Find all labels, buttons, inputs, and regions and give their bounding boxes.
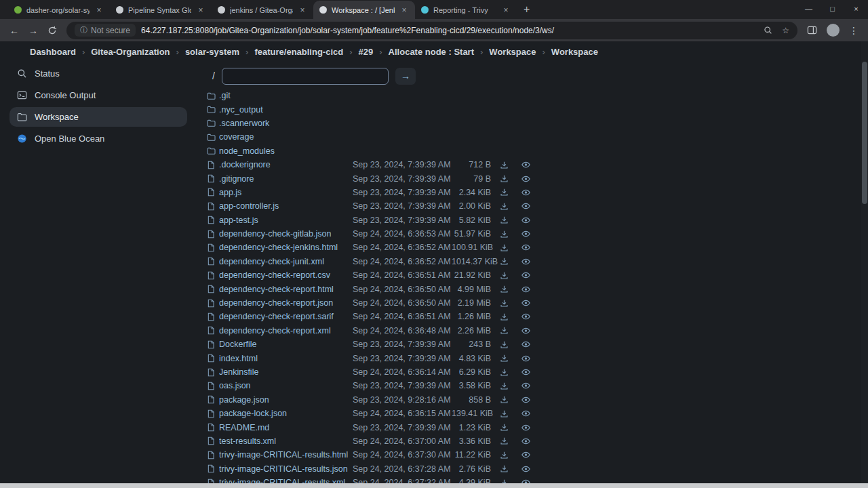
file-link[interactable]: package-lock.json <box>219 409 353 418</box>
download-icon[interactable] <box>492 464 515 473</box>
address-bar[interactable]: ⓘ Not secure 64.227.187.25:8080/job/Gite… <box>66 22 797 39</box>
sidebar-item-status[interactable]: Status <box>9 64 187 83</box>
file-link[interactable]: trivy-image-CRITICAL-results.json <box>219 464 353 474</box>
page-scrollbar[interactable] <box>861 41 868 483</box>
view-icon[interactable] <box>515 326 536 336</box>
download-icon[interactable] <box>492 326 515 335</box>
back-icon[interactable]: ← <box>5 25 23 36</box>
minimize-button[interactable]: — <box>797 0 821 18</box>
breadcrumb-item-gitea-organization[interactable]: Gitea-Organization <box>91 47 170 57</box>
download-icon[interactable] <box>492 271 515 280</box>
view-icon[interactable] <box>515 367 536 377</box>
view-icon[interactable] <box>515 229 536 239</box>
file-link[interactable]: index.html <box>219 354 353 363</box>
file-link[interactable]: test-results.xml <box>219 436 353 446</box>
view-icon[interactable] <box>515 188 536 197</box>
download-icon[interactable] <box>492 409 515 418</box>
breadcrumb-item-29[interactable]: #29 <box>359 47 374 57</box>
download-icon[interactable] <box>492 451 515 460</box>
download-icon[interactable] <box>492 216 515 224</box>
download-icon[interactable] <box>492 299 515 308</box>
file-link[interactable]: dependency-check-gitlab.json <box>219 229 353 239</box>
tab-close-icon[interactable]: × <box>94 5 104 15</box>
reload-icon[interactable] <box>43 26 61 35</box>
file-link[interactable]: dependency-check-report.csv <box>219 270 353 280</box>
folder-link[interactable]: node_modules <box>219 146 353 156</box>
browser-tab-dasher-org-solar-system-sola[interactable]: dasher-org/solar-system - sola× <box>8 1 110 19</box>
file-link[interactable]: package.json <box>219 395 353 405</box>
download-icon[interactable] <box>492 354 515 363</box>
download-icon[interactable] <box>492 395 515 404</box>
view-icon[interactable] <box>515 354 536 363</box>
sidebar-item-open-blue-ocean[interactable]: Open Blue Ocean <box>9 129 187 148</box>
view-icon[interactable] <box>515 409 536 418</box>
browser-tab-pipeline-syntax-global-variabl[interactable]: Pipeline Syntax Global Variabl× <box>110 1 212 19</box>
new-tab-button[interactable]: + <box>524 4 530 15</box>
sidebar-item-console-output[interactable]: Console Output <box>9 85 187 105</box>
close-button[interactable]: × <box>844 0 868 18</box>
download-icon[interactable] <box>492 382 515 390</box>
tab-close-icon[interactable]: × <box>399 5 409 15</box>
download-icon[interactable] <box>492 174 515 183</box>
file-link[interactable]: dependency-check-report.html <box>219 285 353 294</box>
view-icon[interactable] <box>515 423 536 432</box>
folder-link[interactable]: .git <box>219 91 353 100</box>
sidebar-item-workspace[interactable]: Workspace <box>9 107 187 127</box>
breadcrumb-item-allocate-node-start[interactable]: Allocate node : Start <box>389 47 474 57</box>
file-link[interactable]: Jenkinsfile <box>219 367 353 377</box>
profile-avatar[interactable] <box>827 24 840 37</box>
maximize-button[interactable]: □ <box>821 0 844 18</box>
path-go-button[interactable]: → <box>395 68 416 85</box>
view-icon[interactable] <box>515 312 536 321</box>
view-icon[interactable] <box>515 381 536 390</box>
file-link[interactable]: .dockerignore <box>219 160 353 169</box>
browser-tab-jenkins-gitea-organization-s[interactable]: jenkins / Gitea-Organization/s× <box>212 1 313 19</box>
download-icon[interactable] <box>492 436 515 445</box>
bookmark-star-icon[interactable]: ☆ <box>782 26 789 35</box>
file-link[interactable]: README.md <box>219 423 353 432</box>
security-chip[interactable]: ⓘ Not secure <box>75 24 136 37</box>
download-icon[interactable] <box>492 285 515 293</box>
view-icon[interactable] <box>515 464 536 474</box>
view-icon[interactable] <box>515 270 536 280</box>
breadcrumb-item-solar-system[interactable]: solar-system <box>185 47 239 57</box>
tab-close-icon[interactable]: × <box>298 5 307 15</box>
download-icon[interactable] <box>492 202 515 211</box>
file-link[interactable]: trivy-image-CRITICAL-results.html <box>219 450 353 460</box>
side-panel-icon[interactable] <box>807 25 817 35</box>
browser-tab-reporting-trivy[interactable]: Reporting - Trivy× <box>415 1 517 19</box>
download-icon[interactable] <box>492 230 515 239</box>
file-link[interactable]: Dockerfile <box>219 340 353 349</box>
file-link[interactable]: dependency-check-report.sarif <box>219 312 353 321</box>
view-icon[interactable] <box>515 340 536 349</box>
file-link[interactable]: .gitignore <box>219 174 353 184</box>
folder-link[interactable]: .scannerwork <box>219 119 353 128</box>
path-input[interactable] <box>222 68 389 85</box>
view-icon[interactable] <box>515 160 536 169</box>
zoom-icon[interactable] <box>764 26 772 35</box>
scrollbar-thumb[interactable] <box>862 62 867 204</box>
download-icon[interactable] <box>492 340 515 349</box>
file-link[interactable]: oas.json <box>219 381 353 390</box>
view-icon[interactable] <box>515 395 536 405</box>
view-icon[interactable] <box>515 298 536 308</box>
file-link[interactable]: dependency-check-report.json <box>219 298 353 308</box>
view-icon[interactable] <box>515 450 536 460</box>
breadcrumb-item-feature-enabling-cicd[interactable]: feature/enabling-cicd <box>254 47 343 57</box>
browser-tab-workspace-jenkins[interactable]: Workspace : / [Jenkins]× <box>313 1 415 19</box>
view-icon[interactable] <box>515 216 536 225</box>
download-icon[interactable] <box>492 312 515 321</box>
download-icon[interactable] <box>492 423 515 432</box>
folder-link[interactable]: coverage <box>219 132 353 142</box>
breadcrumb-item-workspace[interactable]: Workspace <box>489 47 536 57</box>
file-link[interactable]: dependency-check-junit.xml <box>219 257 353 266</box>
view-icon[interactable] <box>515 285 536 294</box>
download-icon[interactable] <box>492 161 515 169</box>
file-link[interactable]: dependency-check-report.xml <box>219 326 353 336</box>
view-icon[interactable] <box>515 201 536 211</box>
download-icon[interactable] <box>492 257 515 266</box>
file-link[interactable]: dependency-check-jenkins.html <box>219 243 353 252</box>
tab-close-icon[interactable]: × <box>501 5 511 15</box>
file-link[interactable]: app-test.js <box>219 216 353 225</box>
view-icon[interactable] <box>515 257 536 266</box>
